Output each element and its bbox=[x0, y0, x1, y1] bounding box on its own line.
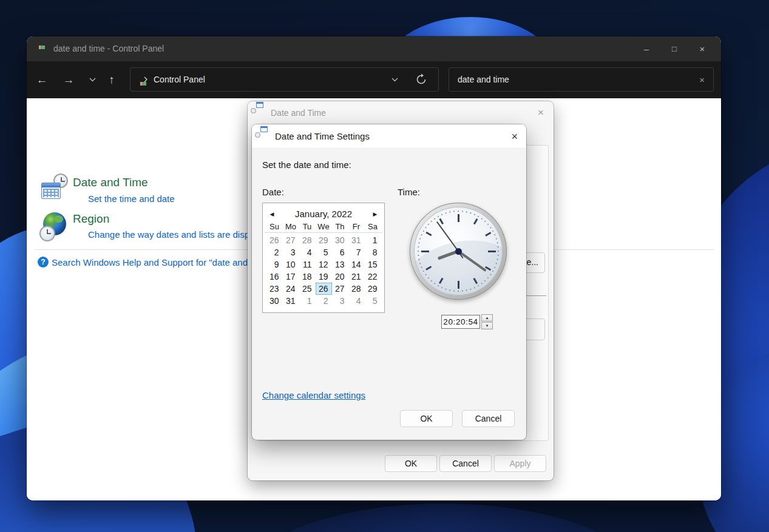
search-box[interactable]: date and time × bbox=[449, 67, 714, 92]
calendar-day[interactable]: 1 bbox=[299, 295, 316, 307]
settings-dialog-titlebar[interactable]: Date and Time Settings × bbox=[252, 124, 526, 149]
calendar-day[interactable]: 25 bbox=[299, 283, 316, 295]
close-button[interactable]: × bbox=[688, 36, 716, 61]
desktop: date and time - Control Panel – □ × ← → … bbox=[0, 0, 769, 532]
calendar-day[interactable]: 11 bbox=[299, 258, 316, 271]
wallpaper-bottom-center-petal bbox=[231, 503, 656, 532]
day-header: Mo bbox=[283, 222, 299, 231]
calendar-day[interactable]: 22 bbox=[365, 271, 381, 283]
region-icon[interactable] bbox=[39, 212, 69, 241]
calendar-day[interactable]: 4 bbox=[299, 246, 316, 258]
titlebar[interactable]: date and time - Control Panel – □ × bbox=[27, 36, 721, 61]
date-label: Date: bbox=[262, 187, 284, 197]
calendar-day[interactable]: 31 bbox=[283, 295, 299, 307]
close-settings-button[interactable]: × bbox=[511, 124, 518, 149]
calendar-day[interactable]: 3 bbox=[283, 246, 299, 258]
date-and-time-icon[interactable] bbox=[41, 173, 68, 200]
calendar-day[interactable]: 12 bbox=[316, 258, 332, 271]
dialog-apply-button[interactable]: Apply bbox=[494, 455, 546, 472]
change-calendar-settings-link[interactable]: Change calendar settings bbox=[262, 390, 365, 400]
maximize-button[interactable]: □ bbox=[660, 36, 688, 61]
calendar-day[interactable]: 7 bbox=[348, 246, 365, 258]
result-set-time-link[interactable]: Set the time and date bbox=[88, 194, 175, 204]
dialog-ok-button[interactable]: OK bbox=[385, 455, 437, 472]
calendar-day[interactable]: 8 bbox=[365, 246, 381, 258]
recent-locations-button[interactable] bbox=[81, 61, 103, 98]
calendar-day-selected[interactable]: 26 bbox=[316, 283, 332, 295]
time-input[interactable]: 20:20:54 bbox=[441, 315, 480, 329]
minute-dot bbox=[498, 251, 499, 252]
calendar-day[interactable]: 10 bbox=[283, 258, 299, 271]
calendar-day[interactable]: 24 bbox=[283, 283, 299, 295]
spinner-down-button[interactable]: ▼ bbox=[481, 322, 493, 329]
minute-dot bbox=[458, 210, 459, 212]
forward-button[interactable]: → bbox=[58, 61, 80, 98]
calendar-day[interactable]: 18 bbox=[299, 271, 316, 283]
calendar-day[interactable]: 16 bbox=[266, 271, 283, 283]
search-input-value[interactable]: date and time bbox=[458, 75, 509, 84]
calendar-day[interactable]: 19 bbox=[316, 271, 332, 283]
calendar-day[interactable]: 5 bbox=[316, 246, 332, 258]
day-header: Sa bbox=[365, 222, 381, 231]
calendar-day[interactable]: 2 bbox=[266, 246, 283, 258]
calendar-day[interactable]: 28 bbox=[299, 234, 316, 246]
calendar-day[interactable]: 14 bbox=[348, 258, 365, 271]
calendar-day[interactable]: 2 bbox=[316, 295, 332, 307]
calendar-day[interactable]: 17 bbox=[283, 271, 299, 283]
calendar-day[interactable]: 13 bbox=[332, 258, 348, 271]
minute-dot bbox=[418, 246, 419, 247]
calendar-day[interactable]: 30 bbox=[332, 234, 348, 246]
calendar-prev-button[interactable]: ◀ bbox=[266, 206, 277, 222]
hour-tick bbox=[488, 251, 496, 252]
result-date-and-time-link[interactable]: Date and Time bbox=[73, 176, 148, 189]
clock-glyph bbox=[39, 226, 55, 241]
breadcrumb-control-panel[interactable]: Control Panel bbox=[154, 75, 205, 84]
calendar-day[interactable]: 28 bbox=[348, 283, 365, 295]
calendar-day[interactable]: 26 bbox=[266, 234, 283, 246]
refresh-button[interactable] bbox=[415, 73, 427, 86]
dialog-cancel-button[interactable]: Cancel bbox=[439, 455, 492, 472]
hour-tick bbox=[458, 281, 459, 289]
address-dropdown-button[interactable] bbox=[391, 78, 398, 82]
calendar-day[interactable]: 27 bbox=[283, 234, 299, 246]
back-button[interactable]: ← bbox=[31, 61, 53, 98]
help-search-link[interactable]: Search Windows Help and Support for "dat… bbox=[52, 257, 248, 268]
spinner-up-button[interactable]: ▲ bbox=[481, 314, 493, 322]
calendar-day[interactable]: 4 bbox=[348, 295, 365, 307]
calendar-day[interactable]: 15 bbox=[365, 258, 381, 271]
forward-icon: → bbox=[63, 73, 75, 87]
calendar-day[interactable]: 3 bbox=[332, 295, 348, 307]
calendar-day[interactable]: 27 bbox=[332, 283, 348, 295]
minimize-button[interactable]: – bbox=[632, 36, 660, 61]
minimize-icon: – bbox=[644, 44, 649, 54]
calendar-day[interactable]: 5 bbox=[365, 295, 381, 307]
calendar-month-year[interactable]: January, 2022 bbox=[263, 206, 384, 222]
calendar-day[interactable]: 23 bbox=[266, 283, 283, 295]
settings-ok-button[interactable]: OK bbox=[400, 410, 453, 427]
minute-dot bbox=[438, 215, 439, 217]
close-dialog-button[interactable]: × bbox=[538, 101, 544, 124]
clear-search-button[interactable]: × bbox=[699, 68, 705, 91]
up-button[interactable]: ↑ bbox=[101, 61, 123, 98]
date-and-time-dialog-titlebar[interactable]: Date and Time × bbox=[248, 101, 554, 124]
minute-dot bbox=[453, 210, 455, 212]
calendar-day[interactable]: 1 bbox=[365, 234, 381, 246]
calendar-day[interactable]: 31 bbox=[348, 234, 365, 246]
minute-dot bbox=[430, 221, 432, 223]
calendar-day[interactable]: 21 bbox=[348, 271, 365, 283]
calendar-next-button[interactable]: ▶ bbox=[370, 206, 381, 222]
minute-dot bbox=[434, 218, 436, 220]
result-region-link[interactable]: Region bbox=[73, 212, 109, 226]
day-header: We bbox=[316, 222, 332, 231]
result-region-sub-link[interactable]: Change the way dates and lists are displ… bbox=[88, 229, 266, 240]
settings-cancel-button[interactable]: Cancel bbox=[462, 410, 515, 427]
calendar-day[interactable]: 20 bbox=[332, 271, 348, 283]
calendar-day[interactable]: 29 bbox=[365, 283, 381, 295]
calendar-day[interactable]: 30 bbox=[266, 295, 283, 307]
calendar-day[interactable]: 29 bbox=[316, 234, 332, 246]
address-bar[interactable]: Control Panel bbox=[130, 67, 439, 92]
calendar-glyph bbox=[41, 183, 61, 199]
calendar-day[interactable]: 9 bbox=[266, 258, 283, 271]
calendar-day[interactable]: 6 bbox=[332, 246, 348, 258]
up-icon: ↑ bbox=[109, 73, 115, 87]
